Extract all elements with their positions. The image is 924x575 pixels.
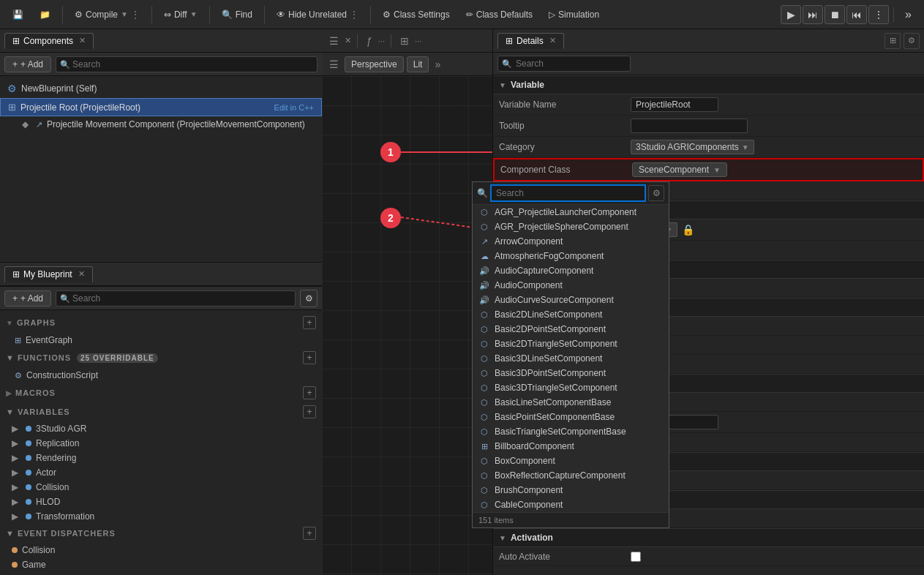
functions-add-button[interactable]: + (303, 351, 316, 364)
projectile-root-item[interactable]: ⊞ Projectile Root (ProjectileRoot) Edit … (0, 98, 322, 116)
dropdown-item[interactable]: 🔊AudioCaptureComponent (473, 263, 669, 278)
bp-settings-button[interactable]: ⚙ (300, 290, 318, 307)
expand-button[interactable]: » (898, 4, 918, 25)
dropdown-item[interactable]: ⬡BasicPointSetComponentBase (473, 410, 669, 424)
perspective-button[interactable]: Perspective (345, 56, 404, 72)
dispatcher-game[interactable]: Game (0, 557, 322, 572)
more-play[interactable]: ⋮ (868, 5, 889, 24)
dropdown-settings-btn[interactable]: ⚙ (648, 185, 664, 201)
var-rendering[interactable]: ▶ Rendering (0, 451, 322, 465)
dropdown-item[interactable]: ⬡BoxComponent (473, 454, 669, 468)
find-button[interactable]: 🔍 Find (215, 6, 259, 23)
functions-section-header[interactable]: ▼ FUNCTIONS 25 OVERRIDABLE + (0, 348, 322, 367)
dropdown-item[interactable]: ⬡BoxReflectionCaptureComponent (473, 468, 669, 483)
dropdown-item[interactable]: ☁AtmosphericFogComponent (473, 249, 669, 263)
activation-section-header[interactable]: ▼ Activation (493, 528, 924, 547)
save-button[interactable]: 💾 (6, 6, 30, 23)
viewport-grid-btn[interactable]: ⊞ (397, 34, 412, 48)
dispatchers-add-button[interactable]: + (303, 527, 316, 540)
class-defaults-button[interactable]: ✏ Class Defaults (459, 6, 539, 23)
viewport-expand-btn[interactable]: » (432, 57, 443, 72)
vp-func-close[interactable]: ··· (378, 37, 385, 45)
projectile-movement-item[interactable]: ◆ ↗ Projectile Movement Component (Proje… (0, 116, 322, 132)
lit-button[interactable]: Lit (407, 56, 429, 72)
simulation-button[interactable]: ▷ Simulation (542, 6, 606, 23)
event-graph-item[interactable]: ⊞ EventGraph (0, 332, 322, 348)
var-actor[interactable]: ▶ Actor (0, 465, 322, 480)
dropdown-item[interactable]: ⬡Basic2DLineSetComponent (473, 307, 669, 322)
dropdown-item[interactable]: ⬡AGR_ProjectileLauncherComponent (473, 205, 669, 219)
details-tab-icon: ⊞ (506, 36, 513, 46)
var-transformation[interactable]: ▶ Transformation (0, 509, 322, 524)
macros-add-button[interactable]: + (303, 386, 316, 399)
graphs-section-header[interactable]: ▼ GRAPHS + (0, 313, 322, 332)
dropdown-item[interactable]: ⬡CableComponent (473, 497, 669, 512)
details-tab-close[interactable]: ✕ (549, 36, 556, 45)
skip-button[interactable]: ⏮ (846, 5, 867, 24)
component-class-dropdown[interactable]: SceneComponent ▼ (632, 162, 727, 177)
compile-button[interactable]: ⚙ Compile ▼ ⋮ (68, 6, 146, 23)
add-component-button[interactable]: + + Add (4, 56, 51, 72)
vp-grid-close[interactable]: ··· (415, 37, 421, 45)
auto-activate-checkbox[interactable] (631, 552, 641, 562)
graphs-add-button[interactable]: + (303, 316, 316, 329)
vars-add-button[interactable]: + (303, 405, 316, 418)
variables-section-header[interactable]: ▼ VARIABLES + (0, 402, 322, 421)
edit-in-cpp-link[interactable]: Edit in C++ (274, 103, 314, 112)
dropdown-item[interactable]: ⬡Basic2DTriangleSetComponent (473, 337, 669, 351)
play-button[interactable]: ▶ (781, 5, 801, 24)
construction-script-item[interactable]: ⚙ ConstructionScript (0, 367, 322, 383)
category-dropdown[interactable]: 3Studio AGRIComponents ▼ (631, 140, 754, 154)
var-3studio-agr[interactable]: ▶ 3Studio AGR (0, 421, 322, 436)
dispatcher-collision[interactable]: Collision (0, 543, 322, 557)
dropdown-item[interactable]: ⬡BasicLineSetComponentBase (473, 395, 669, 410)
viewport-func-btn[interactable]: ƒ (364, 34, 375, 48)
dropdown-item[interactable]: ⬡Basic2DPointSetComponent (473, 322, 669, 337)
dropdown-item[interactable]: ⬡Basic3DLineSetComponent (473, 351, 669, 366)
tooltip-input[interactable] (631, 119, 748, 133)
details-tab[interactable]: ⊞ Details ✕ (497, 33, 564, 49)
components-tab[interactable]: ⊞ Components ✕ (4, 33, 94, 49)
dropdown-item[interactable]: ⊞BillboardComponent (473, 439, 669, 454)
dropdown-item[interactable]: ⬡BrushComponent (473, 483, 669, 497)
var-hlod[interactable]: ▶ HLOD (0, 495, 322, 509)
dropdown-item[interactable]: ⬡Basic3DPointSetComponent (473, 366, 669, 380)
variable-section-header[interactable]: ▼ Variable (493, 75, 924, 94)
viewport-tab-close[interactable]: ✕ (345, 36, 351, 45)
variable-name-input[interactable] (631, 97, 718, 112)
bp-tab-icon: ⊞ (12, 269, 20, 279)
compile-more[interactable]: ⋮ (131, 10, 140, 20)
dropdown-item[interactable]: ⬡Basic3DTriangleSetComponent (473, 380, 669, 395)
components-search-input[interactable] (56, 56, 318, 72)
details-settings-btn[interactable]: ⚙ (904, 33, 920, 49)
viewport-area[interactable]: 1 2 (322, 76, 492, 575)
viewport-settings-btn[interactable]: ☰ (326, 57, 342, 72)
dropdown-item[interactable]: ⬡AGR_ProjectileSphereComponent (473, 219, 669, 234)
details-table-view-btn[interactable]: ⊞ (884, 33, 901, 49)
dropdown-item[interactable]: ⬡BasicTriangleSetComponentBase (473, 424, 669, 439)
more-options[interactable]: ⋮ (350, 10, 358, 20)
open-button[interactable]: 📁 (33, 6, 57, 23)
lock-icon[interactable]: 🔒 (682, 224, 694, 236)
class-settings-button[interactable]: ⚙ Class Settings (376, 6, 457, 23)
event-dispatchers-header[interactable]: ▼ EVENT DISPATCHERS + (0, 524, 322, 543)
diff-button[interactable]: ⇔ Diff ▼ (157, 6, 204, 23)
var-collision[interactable]: ▶ Collision (0, 480, 322, 495)
bp-search-input[interactable] (56, 290, 296, 307)
sep-2 (151, 6, 152, 23)
stop-button[interactable]: ⏹ (825, 5, 845, 24)
dropdown-item[interactable]: 🔊AudioCurveSourceComponent (473, 293, 669, 307)
components-tab-close[interactable]: ✕ (79, 36, 86, 45)
bp-add-button[interactable]: + + Add (4, 290, 51, 307)
my-blueprint-tab[interactable]: ⊞ My Blueprint ✕ (4, 266, 93, 282)
macros-section-header[interactable]: ▶ MACROS + (0, 383, 322, 402)
var-replication[interactable]: ▶ Replication (0, 436, 322, 451)
dropdown-search-input[interactable] (491, 185, 645, 201)
dropdown-item[interactable]: ↗ArrowComponent (473, 234, 669, 249)
hide-unrelated-button[interactable]: 👁 Hide Unrelated ⋮ (270, 6, 365, 23)
dropdown-item[interactable]: 🔊AudioComponent (473, 278, 669, 293)
step-button[interactable]: ⏭ (803, 5, 823, 24)
viewport-menu-btn[interactable]: ☰ (326, 34, 342, 48)
details-search-input[interactable] (497, 56, 631, 72)
my-blueprint-tab-close[interactable]: ✕ (78, 269, 85, 279)
